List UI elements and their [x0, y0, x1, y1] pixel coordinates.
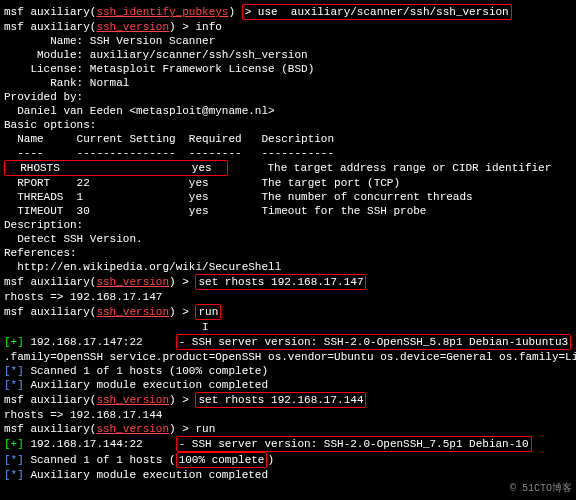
set-rhosts-2: msf auxiliary(ssh_version) > set rhosts … — [4, 392, 572, 408]
scan-complete-2: [*] Scanned 1 of 1 hosts (100% complete) — [4, 452, 572, 468]
prompt-close: ) — [228, 6, 241, 18]
plus-icon: [+] — [4, 438, 24, 450]
module-link: ssh_version — [96, 276, 169, 288]
provided-header: Provided by: — [4, 90, 572, 104]
module-link: ssh_version — [96, 306, 169, 318]
module-link: ssh_version — [96, 394, 169, 406]
info-module: Module: auxiliary/scanner/ssh/ssh_versio… — [4, 48, 572, 62]
description-body: Detect SSH Version. — [4, 232, 572, 246]
info-license: License: Metasploit Framework License (B… — [4, 62, 572, 76]
options-separator: ---- --------------- -------- ----------… — [4, 146, 572, 160]
highlight-ssh-version-1: - SSH server version: SSH-2.0-OpenSSH_5.… — [176, 334, 571, 350]
watermark: © 51CTO博客 — [510, 482, 572, 496]
description-header: Description: — [4, 218, 572, 232]
highlight-set-cmd-2: set rhosts 192.168.17.144 — [195, 392, 366, 408]
module-link: ssh_version — [96, 423, 169, 435]
author-line: Daniel van Eeden <metasploit@myname.nl> — [4, 104, 572, 118]
module-link: ssh_version — [96, 21, 169, 33]
star-icon: [*] — [4, 469, 24, 481]
plus-icon: [+] — [4, 336, 24, 348]
run-2: msf auxiliary(ssh_version) > run — [4, 422, 572, 436]
scan-complete-1: [*] Scanned 1 of 1 hosts (100% complete) — [4, 364, 572, 378]
info-rank: Rank: Normal — [4, 76, 572, 90]
set-rhosts-1: msf auxiliary(ssh_version) > set rhosts … — [4, 274, 572, 290]
set-echo-2: rhosts => 192.168.17.144 — [4, 408, 572, 422]
options-columns: Name Current Setting Required Descriptio… — [4, 132, 572, 146]
highlight-ssh-version-2: - SSH server version: SSH-2.0-OpenSSH_7.… — [176, 436, 532, 452]
highlight-complete: 100% complete — [176, 452, 268, 468]
star-icon: [*] — [4, 379, 24, 391]
module-link: ssh_identify_pubkeys — [96, 6, 228, 18]
option-timeout: TIMEOUT 30 yes Timeout for the SSH probe — [4, 204, 572, 218]
star-icon: [*] — [4, 454, 24, 466]
prompt-prefix: msf auxiliary( — [4, 6, 96, 18]
highlight-run-cmd: run — [195, 304, 221, 320]
star-icon: [*] — [4, 365, 24, 377]
set-echo-1: rhosts => 192.168.17.147 — [4, 290, 572, 304]
aux-complete-1: [*] Auxiliary module execution completed — [4, 378, 572, 392]
references-header: References: — [4, 246, 572, 260]
run-1: msf auxiliary(ssh_version) > run — [4, 304, 572, 320]
highlight-rhosts: RHOSTS yes — [4, 160, 228, 176]
aux-complete-2: [*] Auxiliary module execution completed — [4, 468, 572, 482]
info-name: Name: SSH Version Scanner — [4, 34, 572, 48]
cursor-line: I — [4, 320, 572, 334]
result-1: [+] 192.168.17.147:22 - SSH server versi… — [4, 334, 572, 350]
highlight-set-cmd: set rhosts 192.168.17.147 — [195, 274, 366, 290]
text-cursor: I — [202, 320, 209, 334]
prompt-line-1: msf auxiliary(ssh_identify_pubkeys) > us… — [4, 4, 572, 20]
prompt-line-2: msf auxiliary(ssh_version) > info — [4, 20, 572, 34]
option-rport: RPORT 22 yes The target port (TCP) — [4, 176, 572, 190]
references-body: http://en.wikipedia.org/wiki/SecureShell — [4, 260, 572, 274]
basic-options-header: Basic options: — [4, 118, 572, 132]
option-rhosts: RHOSTS yes The target address range or C… — [4, 160, 572, 176]
highlight-use-cmd: > use auxiliary/scanner/ssh/ssh_version — [242, 4, 512, 20]
result-2: [+] 192.168.17.144:22 - SSH server versi… — [4, 436, 572, 452]
result-1-detail: .family=OpenSSH service.product=OpenSSH … — [4, 350, 572, 364]
option-threads: THREADS 1 yes The number of concurrent t… — [4, 190, 572, 204]
